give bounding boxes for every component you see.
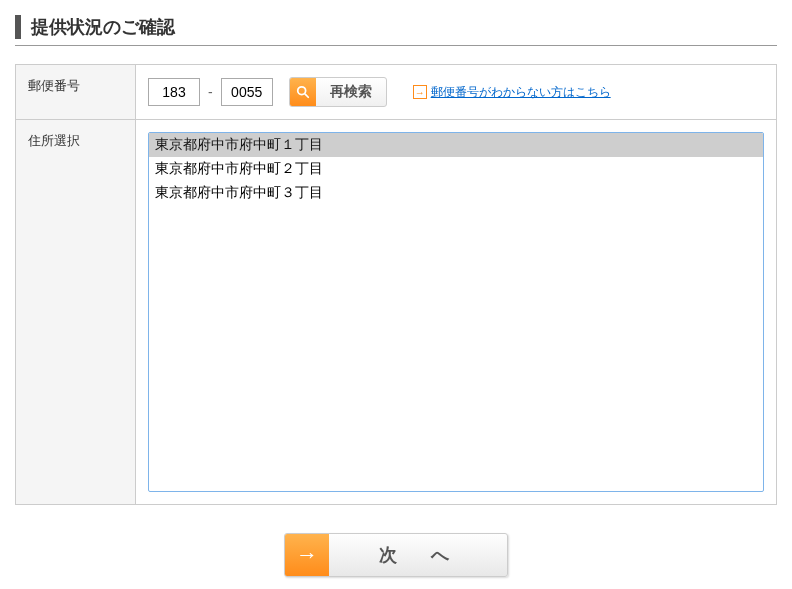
postal-help-link[interactable]: 郵便番号がわからない方はこちら: [431, 84, 611, 101]
form-table: 郵便番号 - 再検索 → 郵便番号がわからない方はこち: [15, 64, 777, 505]
title-divider: [15, 45, 777, 46]
postal2-input[interactable]: [221, 78, 273, 106]
address-label: 住所選択: [16, 120, 136, 505]
arrow-right-icon: →: [285, 534, 329, 576]
next-button[interactable]: → 次 へ: [284, 533, 508, 577]
next-button-label: 次 へ: [329, 543, 507, 567]
page-title: 提供状況のご確認: [15, 15, 777, 39]
postal-label: 郵便番号: [16, 65, 136, 120]
address-select[interactable]: 東京都府中市府中町１丁目 東京都府中市府中町２丁目 東京都府中市府中町３丁目: [148, 132, 764, 492]
arrow-right-icon: →: [413, 85, 427, 99]
svg-line-1: [305, 94, 308, 97]
search-button-label: 再検索: [316, 83, 386, 101]
list-item[interactable]: 東京都府中市府中町３丁目: [149, 181, 763, 205]
list-item[interactable]: 東京都府中市府中町２丁目: [149, 157, 763, 181]
svg-point-0: [297, 87, 305, 95]
postal-separator: -: [208, 84, 213, 100]
list-item[interactable]: 東京都府中市府中町１丁目: [149, 133, 763, 157]
postal1-input[interactable]: [148, 78, 200, 106]
address-cell: 東京都府中市府中町１丁目 東京都府中市府中町２丁目 東京都府中市府中町３丁目: [136, 120, 777, 505]
postal-row: 郵便番号 - 再検索 → 郵便番号がわからない方はこち: [16, 65, 777, 120]
search-icon: [290, 78, 316, 106]
postal-cell: - 再検索 → 郵便番号がわからない方はこちら: [136, 65, 777, 120]
address-row: 住所選択 東京都府中市府中町１丁目 東京都府中市府中町２丁目 東京都府中市府中町…: [16, 120, 777, 505]
search-button[interactable]: 再検索: [289, 77, 387, 107]
